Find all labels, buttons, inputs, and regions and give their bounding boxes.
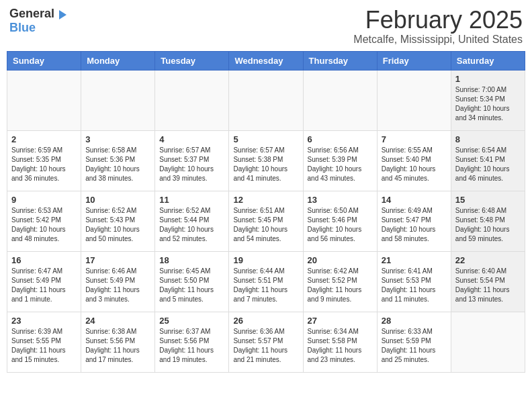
calendar-day-cell: 5Sunrise: 6:57 AM Sunset: 5:38 PM Daylig…	[229, 130, 303, 191]
calendar-day-cell: 28Sunrise: 6:33 AM Sunset: 5:59 PM Dayli…	[377, 312, 451, 372]
day-number: 2	[11, 134, 77, 144]
calendar-day-cell: 19Sunrise: 6:44 AM Sunset: 5:51 PM Dayli…	[229, 251, 303, 312]
day-info: Sunrise: 6:40 AM Sunset: 5:54 PM Dayligh…	[455, 267, 521, 304]
day-number: 27	[308, 316, 373, 326]
calendar-day-cell	[7, 70, 81, 130]
day-number: 11	[159, 195, 224, 205]
day-number: 13	[308, 195, 373, 205]
day-info: Sunrise: 6:51 AM Sunset: 5:45 PM Dayligh…	[233, 206, 298, 244]
day-info: Sunrise: 6:57 AM Sunset: 5:38 PM Dayligh…	[233, 146, 298, 183]
calendar-day-cell: 27Sunrise: 6:34 AM Sunset: 5:58 PM Dayli…	[303, 312, 377, 372]
svg-marker-0	[59, 10, 66, 19]
calendar-day-cell: 8Sunrise: 6:54 AM Sunset: 5:41 PM Daylig…	[451, 130, 525, 191]
calendar-day-cell: 4Sunrise: 6:57 AM Sunset: 5:37 PM Daylig…	[155, 130, 229, 191]
day-info: Sunrise: 6:59 AM Sunset: 5:35 PM Dayligh…	[11, 146, 77, 183]
calendar-day-cell: 20Sunrise: 6:42 AM Sunset: 5:52 PM Dayli…	[303, 251, 377, 312]
day-number: 3	[85, 134, 150, 144]
calendar-day-cell: 1Sunrise: 7:00 AM Sunset: 5:34 PM Daylig…	[451, 70, 525, 130]
title-area: February 2025 Metcalfe, Mississippi, Uni…	[353, 7, 523, 46]
calendar-day-cell: 21Sunrise: 6:41 AM Sunset: 5:53 PM Dayli…	[377, 251, 451, 312]
weekday-header-wednesday: Wednesday	[229, 51, 303, 70]
calendar-day-cell: 9Sunrise: 6:53 AM Sunset: 5:42 PM Daylig…	[7, 191, 81, 251]
day-info: Sunrise: 6:34 AM Sunset: 5:58 PM Dayligh…	[308, 327, 373, 365]
day-info: Sunrise: 6:52 AM Sunset: 5:44 PM Dayligh…	[159, 206, 224, 244]
calendar-day-cell: 26Sunrise: 6:36 AM Sunset: 5:57 PM Dayli…	[229, 312, 303, 372]
day-info: Sunrise: 6:48 AM Sunset: 5:48 PM Dayligh…	[455, 206, 521, 244]
calendar-week-row: 9Sunrise: 6:53 AM Sunset: 5:42 PM Daylig…	[7, 191, 525, 251]
day-number: 23	[11, 316, 77, 326]
calendar-day-cell: 14Sunrise: 6:49 AM Sunset: 5:47 PM Dayli…	[377, 191, 451, 251]
calendar-day-cell	[81, 70, 155, 130]
calendar-day-cell	[377, 70, 451, 130]
calendar-week-row: 16Sunrise: 6:47 AM Sunset: 5:49 PM Dayli…	[7, 251, 525, 312]
calendar-day-cell: 6Sunrise: 6:56 AM Sunset: 5:39 PM Daylig…	[303, 130, 377, 191]
day-number: 17	[85, 255, 150, 265]
page-header: General Blue February 2025 Metcalfe, Mis…	[7, 7, 525, 46]
weekday-header-thursday: Thursday	[303, 51, 377, 70]
day-number: 25	[159, 316, 224, 326]
month-title: February 2025	[353, 7, 523, 34]
day-number: 10	[85, 195, 150, 205]
day-info: Sunrise: 7:00 AM Sunset: 5:34 PM Dayligh…	[455, 85, 521, 123]
day-info: Sunrise: 6:39 AM Sunset: 5:55 PM Dayligh…	[11, 327, 77, 365]
day-info: Sunrise: 6:41 AM Sunset: 5:53 PM Dayligh…	[382, 267, 447, 304]
calendar-day-cell: 12Sunrise: 6:51 AM Sunset: 5:45 PM Dayli…	[229, 191, 303, 251]
day-info: Sunrise: 6:44 AM Sunset: 5:51 PM Dayligh…	[233, 267, 298, 304]
calendar-day-cell: 7Sunrise: 6:55 AM Sunset: 5:40 PM Daylig…	[377, 130, 451, 191]
day-number: 28	[382, 316, 447, 326]
day-info: Sunrise: 6:56 AM Sunset: 5:39 PM Dayligh…	[308, 146, 373, 183]
day-number: 5	[233, 134, 298, 144]
day-number: 8	[455, 134, 521, 144]
day-info: Sunrise: 6:54 AM Sunset: 5:41 PM Dayligh…	[455, 146, 521, 183]
logo: General Blue	[9, 7, 68, 35]
calendar-day-cell	[451, 312, 525, 372]
logo-general-text: General	[9, 7, 54, 21]
weekday-header-saturday: Saturday	[451, 51, 525, 70]
weekday-header-tuesday: Tuesday	[155, 51, 229, 70]
calendar-day-cell: 3Sunrise: 6:58 AM Sunset: 5:36 PM Daylig…	[81, 130, 155, 191]
calendar-day-cell: 2Sunrise: 6:59 AM Sunset: 5:35 PM Daylig…	[7, 130, 81, 191]
day-info: Sunrise: 6:55 AM Sunset: 5:40 PM Dayligh…	[382, 146, 447, 183]
logo-icon	[56, 9, 68, 21]
day-number: 14	[382, 195, 447, 205]
day-number: 7	[382, 134, 447, 144]
day-number: 16	[11, 255, 77, 265]
calendar-day-cell: 25Sunrise: 6:37 AM Sunset: 5:56 PM Dayli…	[155, 312, 229, 372]
calendar-day-cell: 24Sunrise: 6:38 AM Sunset: 5:56 PM Dayli…	[81, 312, 155, 372]
day-number: 22	[455, 255, 521, 265]
calendar-day-cell	[155, 70, 229, 130]
day-info: Sunrise: 6:57 AM Sunset: 5:37 PM Dayligh…	[159, 146, 224, 183]
day-number: 9	[11, 195, 77, 205]
day-number: 21	[382, 255, 447, 265]
calendar-day-cell: 10Sunrise: 6:52 AM Sunset: 5:43 PM Dayli…	[81, 191, 155, 251]
calendar-day-cell	[229, 70, 303, 130]
day-info: Sunrise: 6:58 AM Sunset: 5:36 PM Dayligh…	[85, 146, 150, 183]
day-info: Sunrise: 6:36 AM Sunset: 5:57 PM Dayligh…	[233, 327, 298, 365]
calendar-week-row: 1Sunrise: 7:00 AM Sunset: 5:34 PM Daylig…	[7, 70, 525, 130]
calendar-day-cell: 17Sunrise: 6:46 AM Sunset: 5:49 PM Dayli…	[81, 251, 155, 312]
calendar-day-cell	[303, 70, 377, 130]
day-number: 24	[85, 316, 150, 326]
day-info: Sunrise: 6:37 AM Sunset: 5:56 PM Dayligh…	[159, 327, 224, 365]
day-info: Sunrise: 6:42 AM Sunset: 5:52 PM Dayligh…	[308, 267, 373, 304]
day-info: Sunrise: 6:46 AM Sunset: 5:49 PM Dayligh…	[85, 267, 150, 304]
calendar-week-row: 2Sunrise: 6:59 AM Sunset: 5:35 PM Daylig…	[7, 130, 525, 191]
weekday-header-friday: Friday	[377, 51, 451, 70]
calendar-day-cell: 22Sunrise: 6:40 AM Sunset: 5:54 PM Dayli…	[451, 251, 525, 312]
calendar-header-row: SundayMondayTuesdayWednesdayThursdayFrid…	[7, 51, 525, 70]
calendar-day-cell: 11Sunrise: 6:52 AM Sunset: 5:44 PM Dayli…	[155, 191, 229, 251]
logo-blue-text: Blue	[9, 21, 36, 35]
day-number: 18	[159, 255, 224, 265]
day-number: 6	[308, 134, 373, 144]
day-info: Sunrise: 6:50 AM Sunset: 5:46 PM Dayligh…	[308, 206, 373, 244]
day-number: 19	[233, 255, 298, 265]
day-number: 12	[233, 195, 298, 205]
day-number: 15	[455, 195, 521, 205]
day-info: Sunrise: 6:53 AM Sunset: 5:42 PM Dayligh…	[11, 206, 77, 244]
location-title: Metcalfe, Mississippi, United States	[353, 34, 523, 46]
day-number: 4	[159, 134, 224, 144]
day-info: Sunrise: 6:33 AM Sunset: 5:59 PM Dayligh…	[382, 327, 447, 365]
day-number: 20	[308, 255, 373, 265]
day-info: Sunrise: 6:47 AM Sunset: 5:49 PM Dayligh…	[11, 267, 77, 304]
calendar-day-cell: 13Sunrise: 6:50 AM Sunset: 5:46 PM Dayli…	[303, 191, 377, 251]
